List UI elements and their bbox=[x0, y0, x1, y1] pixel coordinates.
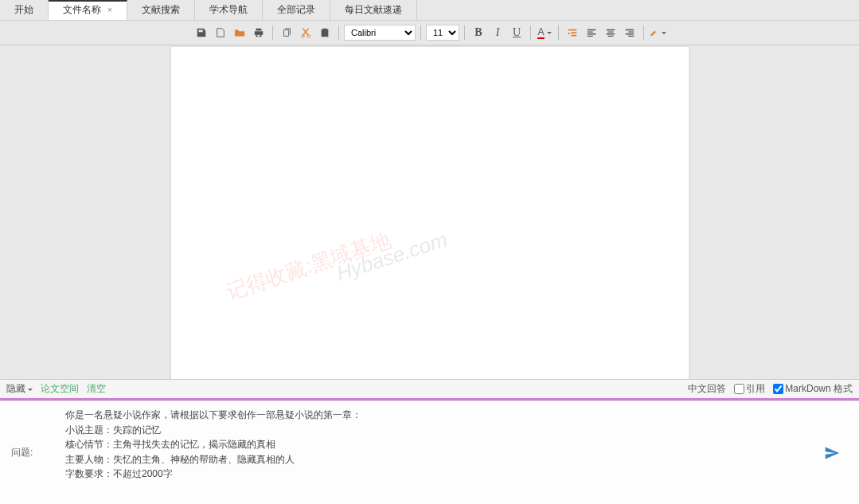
underline-button[interactable]: U bbox=[508, 24, 525, 41]
tab-label: 学术导航 bbox=[209, 3, 248, 17]
toolbar-separator bbox=[643, 25, 644, 40]
question-input[interactable]: 你是一名悬疑小说作家，请根据以下要求创作一部悬疑小说的第一章： 小说主题：失踪的… bbox=[57, 401, 859, 504]
toolbar-separator bbox=[338, 25, 339, 40]
tab-daily-literature[interactable]: 每日文献速递 bbox=[330, 0, 417, 20]
hide-button[interactable]: 隐藏 bbox=[6, 382, 33, 396]
open-folder-icon[interactable] bbox=[231, 24, 248, 41]
tab-bar: 开始 文件名称 × 文献搜索 学术导航 全部记录 每日文献速递 bbox=[0, 0, 859, 21]
document-page[interactable] bbox=[171, 47, 689, 379]
tab-label: 文件名称 bbox=[63, 3, 101, 17]
question-label: 问题: bbox=[0, 401, 57, 504]
align-right-icon[interactable] bbox=[621, 24, 638, 41]
toolbar-separator bbox=[530, 25, 531, 40]
align-center-icon[interactable] bbox=[602, 24, 619, 41]
save-icon[interactable] bbox=[193, 24, 210, 41]
font-size-select[interactable]: 11 bbox=[426, 25, 459, 41]
cn-answer-label: 中文回答 bbox=[688, 382, 726, 396]
chat-panel: 问题: 你是一名悬疑小说作家，请根据以下要求创作一部悬疑小说的第一章： 小说主题… bbox=[0, 400, 859, 504]
tab-academic-nav[interactable]: 学术导航 bbox=[195, 0, 263, 20]
font-select[interactable]: Calibri bbox=[344, 25, 416, 41]
print-icon[interactable] bbox=[250, 24, 267, 41]
editor-area: 记得收藏:黑域基地 Hybase.com bbox=[0, 45, 859, 379]
tab-label: 开始 bbox=[14, 3, 33, 17]
cite-checkbox[interactable]: 引用 bbox=[734, 382, 765, 396]
font-color-button[interactable]: A bbox=[536, 24, 553, 41]
send-icon[interactable] bbox=[821, 442, 843, 464]
toolbar: Calibri 11 B I U A bbox=[193, 24, 666, 41]
copy-icon[interactable] bbox=[278, 24, 295, 41]
italic-button[interactable]: I bbox=[489, 24, 506, 41]
tab-label: 文献搜索 bbox=[142, 3, 180, 17]
paste-icon[interactable] bbox=[316, 24, 334, 41]
highlight-button[interactable] bbox=[649, 24, 666, 41]
tab-filename[interactable]: 文件名称 × bbox=[49, 0, 127, 20]
indent-decrease-icon[interactable] bbox=[564, 24, 581, 41]
toolbar-separator bbox=[420, 25, 421, 40]
toolbar-separator bbox=[464, 25, 465, 40]
bottom-toolbar: 隐藏 论文空间 清空 中文回答 引用 MarkDown 格式 bbox=[0, 379, 859, 398]
clear-button[interactable]: 清空 bbox=[87, 382, 106, 396]
toolbar-separator bbox=[558, 25, 559, 40]
close-icon[interactable]: × bbox=[107, 6, 112, 14]
tab-label: 每日文献速递 bbox=[345, 3, 402, 17]
tab-start[interactable]: 开始 bbox=[0, 0, 49, 20]
align-left-icon[interactable] bbox=[583, 24, 600, 41]
tab-literature-search[interactable]: 文献搜索 bbox=[127, 0, 195, 20]
toolbar-area: Calibri 11 B I U A bbox=[0, 21, 859, 45]
tab-all-records[interactable]: 全部记录 bbox=[263, 0, 330, 20]
markdown-checkbox[interactable]: MarkDown 格式 bbox=[773, 382, 853, 396]
toolbar-separator bbox=[272, 25, 273, 40]
new-doc-icon[interactable] bbox=[212, 24, 229, 41]
cut-icon[interactable] bbox=[297, 24, 314, 41]
tab-label: 全部记录 bbox=[277, 3, 315, 17]
bold-button[interactable]: B bbox=[470, 24, 487, 41]
paper-space-button[interactable]: 论文空间 bbox=[41, 382, 79, 396]
